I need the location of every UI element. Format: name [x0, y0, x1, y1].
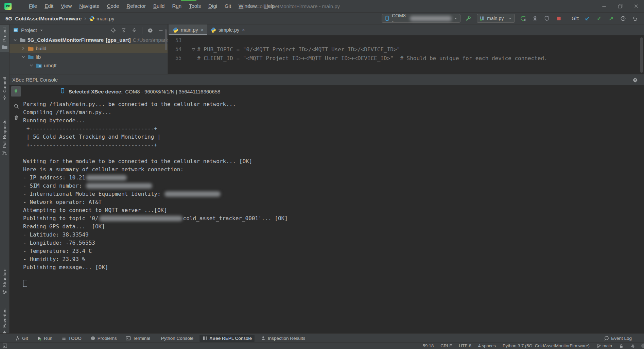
unlock-icon[interactable]: [619, 344, 624, 348]
gear-icon[interactable]: [147, 28, 153, 33]
line-separator-widget[interactable]: CRLF: [440, 343, 452, 348]
stripe-item-structure[interactable]: Structure: [0, 266, 9, 297]
breadcrumb-chevron-icon: ›: [84, 15, 86, 22]
indent-widget[interactable]: 4 spaces: [478, 343, 496, 348]
code-line: 55# CLIENT_ID = "<MQTT Project ID>+<MQTT…: [168, 54, 644, 63]
chevron-down-icon[interactable]: [12, 38, 18, 42]
tree-item-name: lib: [36, 54, 41, 60]
tree-row-umqtt[interactable]: umqtt: [10, 61, 168, 70]
breadcrumb-project[interactable]: 5G_ColdAssetMonitorFirmware: [5, 16, 82, 21]
run-configuration-selector[interactable]: main.py: [477, 14, 515, 23]
chevron-right-icon[interactable]: [20, 46, 26, 51]
git-commit-button[interactable]: ✓: [595, 15, 603, 22]
stripe-item-pull-requests[interactable]: Pull Requests: [0, 118, 9, 158]
editor-tab-simple-py[interactable]: simple.py×: [207, 24, 248, 35]
code-text: # CLIENT_ID = "<MQTT Project ID>+<MQTT U…: [197, 55, 547, 62]
tree-item-branch: [gps_uart]: [106, 37, 130, 43]
toolwindow-button-python-console[interactable]: Python Console: [156, 335, 196, 342]
hide-panel-icon[interactable]: [158, 28, 163, 33]
menu-code[interactable]: Code: [103, 0, 123, 12]
menu-tools[interactable]: Tools: [185, 0, 205, 12]
toolwindow-button-inspection-results[interactable]: Inspection Results: [258, 335, 308, 342]
console-line: Parsing /flash/main.py... be connected t…: [23, 100, 644, 108]
menu-file[interactable]: File: [25, 0, 41, 12]
git-push-button[interactable]: ↗: [607, 15, 615, 22]
tree-row-build[interactable]: build: [10, 44, 168, 53]
toolwindow-button-xbee-repl-console[interactable]: XBee REPL Console: [199, 335, 255, 342]
encoding-widget[interactable]: UTF-8: [459, 343, 471, 348]
console-text-segment: - SIM card number:: [23, 182, 85, 189]
console-text-segment: +--------------------------------------+: [23, 125, 157, 132]
project-panel-title[interactable]: Project: [21, 27, 37, 33]
restore-button[interactable]: [612, 0, 628, 12]
close-tab-icon[interactable]: ×: [201, 27, 204, 33]
console-text-segment: - Longitude: -76.56553: [23, 240, 95, 246]
console-line: | 5G Cold Asset Tracking and Monitoring …: [23, 133, 644, 141]
highlighting-level-icon[interactable]: [630, 344, 635, 348]
debug-button[interactable]: [531, 15, 539, 22]
chevron-down-icon[interactable]: [20, 55, 26, 59]
menu-digi[interactable]: Digi: [205, 0, 221, 12]
console-output[interactable]: Parsing /flash/main.py... be connected t…: [10, 97, 644, 333]
toolwindow-switcher-button[interactable]: [2, 343, 7, 348]
close-tab-icon[interactable]: ×: [242, 27, 245, 33]
menu-refactor[interactable]: Refactor: [123, 0, 150, 12]
menu-git[interactable]: Git: [221, 0, 235, 12]
stop-button[interactable]: [555, 15, 562, 22]
event-log-icon: [604, 336, 609, 341]
breadcrumb-file[interactable]: main.py: [89, 16, 115, 21]
structure-icon: [2, 290, 7, 295]
arrow-up-right-icon: ↗: [609, 16, 613, 21]
git-branch-widget[interactable]: main: [596, 343, 612, 348]
connect-toggle-button[interactable]: [11, 86, 21, 97]
toolwindow-button-terminal[interactable]: Terminal: [123, 335, 153, 342]
rollback-button[interactable]: [631, 15, 639, 22]
rerun-button[interactable]: [519, 15, 527, 22]
event-log-button[interactable]: Event Log: [604, 336, 644, 341]
minimize-button[interactable]: [596, 0, 612, 12]
vertical-scrollbar[interactable]: [165, 29, 167, 50]
caret-position-widget[interactable]: 59:18: [423, 343, 434, 348]
tree-row-5g-coldassetmonitorfirmware[interactable]: 5G_ColdAssetMonitorFirmware [gps_uart] C…: [10, 36, 168, 44]
menu-view[interactable]: View: [57, 0, 75, 12]
tw-todo-icon: [61, 336, 66, 341]
stripe-item-favorites[interactable]: Favorites: [0, 307, 9, 337]
menu-navigate[interactable]: Navigate: [75, 0, 103, 12]
console-line: [23, 272, 644, 280]
git-label: Git:: [572, 16, 579, 21]
git-update-button[interactable]: ↙: [584, 15, 591, 22]
code-editor[interactable]: 5354# PUB_TOPIC = "0/<MQTT Project ID>/<…: [168, 35, 644, 74]
editor-tabs: main.py×simple.py×: [168, 24, 644, 35]
bug-icon: [532, 16, 538, 21]
close-button[interactable]: [628, 0, 644, 12]
toolwindow-button-run[interactable]: Run: [34, 335, 55, 342]
build-wrench-button[interactable]: [465, 15, 472, 22]
collapse-all-icon[interactable]: [132, 28, 137, 33]
chevron-down-icon[interactable]: [39, 28, 43, 32]
toolwindow-button-problems[interactable]: Problems: [88, 335, 120, 342]
locate-file-icon[interactable]: [110, 28, 116, 33]
editor-scrollbar[interactable]: [640, 37, 643, 73]
interpreter-widget[interactable]: Python 3.7 (5G_ColdAssetMonitorFirmware): [503, 343, 590, 348]
console-line: - Longitude: -76.56553: [23, 239, 644, 247]
history-button[interactable]: [619, 15, 627, 22]
chevron-down-icon[interactable]: [29, 63, 34, 68]
stripe-item-project[interactable]: Project: [0, 25, 9, 52]
menu-run[interactable]: Run: [168, 0, 185, 12]
toolwindow-button-git[interactable]: Git: [12, 335, 31, 342]
expand-all-icon[interactable]: [121, 28, 126, 33]
console-line: - IP address: 10.21: [23, 174, 644, 182]
stripe-item-commit[interactable]: Commit: [0, 75, 9, 102]
tree-row-lib[interactable]: lib: [10, 53, 168, 61]
menu-edit[interactable]: Edit: [41, 0, 57, 12]
editor-tab-main-py[interactable]: main.py×: [169, 24, 207, 35]
toolwindow-button-todo[interactable]: TODO: [58, 335, 84, 342]
console-settings-gear-icon[interactable]: [632, 77, 638, 83]
console-text-segment: Reading GPS data... [OK]: [23, 223, 105, 230]
minimize-icon: [602, 4, 607, 9]
menu-bar: FileEditViewNavigateCodeRefactorBuildRun…: [25, 0, 278, 12]
xbee-device-selector[interactable]: COM8 -: [382, 14, 460, 23]
coverage-button[interactable]: [543, 15, 551, 22]
console-text-segment: - Latitude: 38.33549: [23, 231, 89, 238]
menu-build[interactable]: Build: [150, 0, 168, 12]
